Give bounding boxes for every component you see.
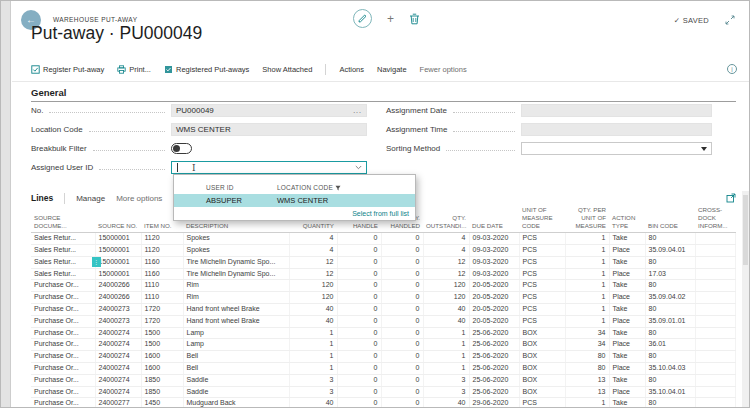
delete-button[interactable]	[409, 13, 420, 25]
cell[interactable]: 120	[423, 280, 469, 292]
cell[interactable]: 35.09.04.02	[645, 292, 695, 304]
cell[interactable]: Take	[609, 351, 645, 363]
info-icon[interactable]: i	[727, 64, 737, 74]
cell[interactable]: Place	[609, 244, 645, 256]
cell[interactable]: 1110	[141, 280, 183, 292]
cell[interactable]: 80	[645, 280, 695, 292]
cell[interactable]: 1	[565, 303, 609, 315]
cell[interactable]: 4	[289, 244, 337, 256]
cell[interactable]: 0	[337, 386, 381, 398]
cell[interactable]: 29-06-2020	[469, 398, 519, 408]
cell[interactable]: Saddle	[183, 374, 289, 386]
table-row[interactable]: Purchase Or...240002771450Mudguard Back4…	[31, 398, 735, 408]
table-row[interactable]: Sales Retur...150000011160Tire Michelin …	[31, 268, 735, 280]
cell[interactable]: Purchase Or...	[31, 315, 95, 327]
cell[interactable]: PCS	[519, 292, 565, 304]
cell[interactable]	[695, 386, 735, 398]
cell[interactable]: 0	[381, 351, 423, 363]
cell[interactable]: 0	[337, 315, 381, 327]
assist-edit-button[interactable]: ...	[353, 107, 362, 114]
cell[interactable]: 120	[289, 280, 337, 292]
cell[interactable]: BOX	[519, 374, 565, 386]
cell[interactable]: 1	[565, 280, 609, 292]
cell[interactable]: 24000273	[95, 315, 141, 327]
cell[interactable]: BOX	[519, 351, 565, 363]
cell[interactable]: Take	[609, 303, 645, 315]
column-header[interactable]: SOURCE NO.	[95, 204, 141, 233]
cell[interactable]	[695, 339, 735, 351]
cell[interactable]: BOX	[519, 362, 565, 374]
cell[interactable]: 0	[381, 398, 423, 408]
cell[interactable]: 25-06-2020	[469, 386, 519, 398]
print-button[interactable]: Print...	[117, 65, 151, 74]
cell[interactable]: 0	[381, 362, 423, 374]
cell[interactable]: Take	[609, 327, 645, 339]
scrollbar-thumb[interactable]	[743, 195, 748, 265]
sorting-method-select[interactable]	[521, 142, 712, 155]
cell[interactable]: PCS	[519, 303, 565, 315]
cell[interactable]: 20-05-2020	[469, 315, 519, 327]
cell[interactable]: Place	[609, 268, 645, 280]
cell[interactable]: 24000274	[95, 327, 141, 339]
tab-more-options[interactable]: More options	[116, 194, 162, 203]
cell[interactable]	[695, 256, 735, 268]
cell[interactable]: 0	[337, 398, 381, 408]
cell[interactable]: 35.10.04.01	[645, 386, 695, 398]
cell[interactable]: Take	[609, 233, 645, 245]
cell[interactable]: PCS	[519, 268, 565, 280]
cell[interactable]: 1	[565, 268, 609, 280]
cell[interactable]: Rim	[183, 292, 289, 304]
cell[interactable]: 13	[565, 374, 609, 386]
cell[interactable]: 1	[423, 339, 469, 351]
cell[interactable]: 0	[337, 351, 381, 363]
cell[interactable]: 80	[645, 233, 695, 245]
cell[interactable]	[695, 292, 735, 304]
cell[interactable]: 0	[337, 233, 381, 245]
cell[interactable]: 24000266	[95, 280, 141, 292]
cell[interactable]: 4	[289, 233, 337, 245]
column-header[interactable]: BIN CODE	[645, 204, 695, 233]
cell[interactable]: Purchase Or...	[31, 386, 95, 398]
cell[interactable]: 24000274	[95, 374, 141, 386]
cell[interactable]: 80	[645, 398, 695, 408]
cell[interactable]: 24000274	[95, 351, 141, 363]
dropdown-col-user-id[interactable]: USER ID	[174, 184, 277, 191]
cell[interactable]: 40	[289, 303, 337, 315]
cell[interactable]: 3	[423, 386, 469, 398]
cell[interactable]: 80	[645, 303, 695, 315]
table-row[interactable]: Purchase Or...240002741500Lamp100125-06-…	[31, 327, 735, 339]
cell[interactable]: Purchase Or...	[31, 303, 95, 315]
tab-lines[interactable]: Lines	[31, 193, 53, 203]
cell[interactable]: 0	[337, 327, 381, 339]
cell[interactable]	[695, 362, 735, 374]
cell[interactable]: 1500	[141, 339, 183, 351]
cell[interactable]: 17.03	[645, 268, 695, 280]
cell[interactable]: 1500	[141, 327, 183, 339]
table-row[interactable]: Purchase Or...240002661110Rim1200012020-…	[31, 280, 735, 292]
cell[interactable]: 40	[423, 398, 469, 408]
new-record-button[interactable]: +	[387, 13, 394, 25]
cell[interactable]: BOX	[519, 327, 565, 339]
cell[interactable]: Saddle	[183, 386, 289, 398]
cell[interactable]: 09-03-2020	[469, 256, 519, 268]
cell[interactable]: Tire Michelin Dynamic Spo...	[183, 256, 289, 268]
dropdown-col-location-code[interactable]: LOCATION CODE	[277, 184, 415, 191]
cell[interactable]: Place	[609, 386, 645, 398]
cell[interactable]: 35.10.04.03	[645, 362, 695, 374]
tab-manage[interactable]: Manage	[76, 194, 105, 203]
cell[interactable]: 0	[381, 386, 423, 398]
cell[interactable]: Purchase Or...	[31, 339, 95, 351]
cell[interactable]: 3	[423, 374, 469, 386]
navigate-menu[interactable]: Navigate	[377, 65, 407, 74]
cell[interactable]: 4	[423, 244, 469, 256]
cell[interactable]	[695, 233, 735, 245]
cell[interactable]	[695, 244, 735, 256]
assignment-date-field[interactable]	[521, 104, 712, 117]
actions-menu[interactable]: Actions	[339, 65, 364, 74]
cell[interactable]: 12	[423, 256, 469, 268]
cell[interactable]: 25-06-2020	[469, 327, 519, 339]
cell[interactable]: 1450	[141, 398, 183, 408]
cell[interactable]: 25-06-2020	[469, 339, 519, 351]
cell[interactable]: 80	[645, 256, 695, 268]
cell[interactable]: 34	[565, 339, 609, 351]
